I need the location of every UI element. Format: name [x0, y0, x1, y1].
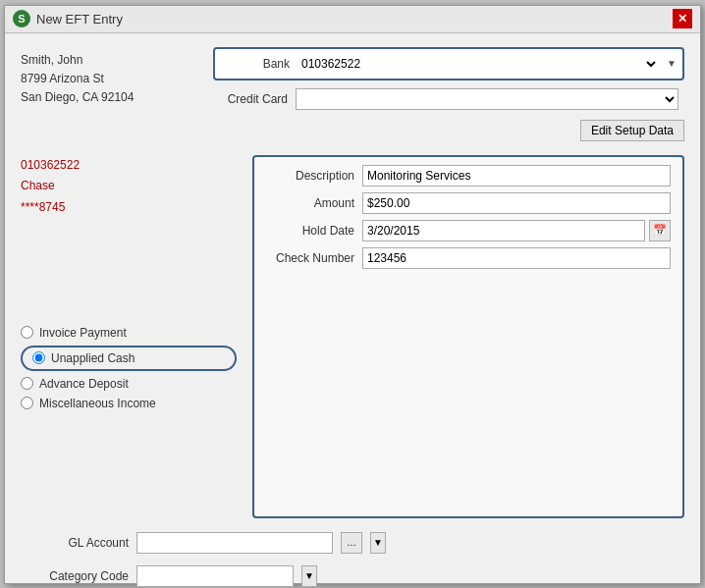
gl-account-input[interactable]: [136, 532, 333, 554]
invoice-payment-row: Invoice Payment: [21, 326, 237, 340]
advance-deposit-label[interactable]: Advance Deposit: [39, 377, 129, 391]
dialog-title: New EFT Entry: [36, 12, 123, 27]
bank-label: Bank: [221, 57, 290, 71]
customer-name: Smith, John: [21, 51, 197, 70]
gl-account-arrow-icon[interactable]: ▼: [370, 532, 386, 554]
invoice-payment-label[interactable]: Invoice Payment: [39, 326, 127, 340]
category-code-input[interactable]: [136, 565, 294, 587]
title-bar-left: S New EFT Entry: [13, 10, 123, 27]
unapplied-cash-label[interactable]: Unapplied Cash: [51, 351, 135, 365]
miscellaneous-income-label[interactable]: Miscellaneous Income: [39, 397, 156, 410]
unapplied-cash-row: Unapplied Cash: [21, 346, 237, 371]
bank-select[interactable]: 010362522: [298, 53, 659, 75]
edit-setup-row: Edit Setup Data: [213, 118, 684, 143]
bank-section: Bank 010362522 ▼ Credit Card Edit Setup …: [213, 47, 684, 143]
dialog-body: Smith, John 8799 Arizona St San Diego, C…: [5, 33, 700, 589]
invoice-payment-radio[interactable]: [21, 326, 33, 339]
hold-date-input[interactable]: [362, 220, 645, 241]
category-code-arrow-icon[interactable]: ▼: [301, 565, 317, 587]
app-icon: S: [13, 10, 30, 27]
dialog: S New EFT Entry ✕ Smith, John 8799 Arizo…: [4, 5, 701, 584]
amount-label: Amount: [266, 196, 354, 210]
bank-id: 010362522: [21, 155, 237, 177]
details-box: Description Amount Hold Date 📅 Check Num…: [252, 155, 684, 518]
account-detail: 010362522 Chase ****8745: [21, 155, 237, 312]
bank-dropdown-icon: ▼: [667, 58, 677, 69]
radio-section: Invoice Payment Unapplied Cash Advance D…: [21, 322, 237, 518]
amount-input[interactable]: [362, 192, 671, 214]
form-section: GL Account … ▼ Category Code ▼: [21, 532, 684, 587]
check-number-label: Check Number: [266, 251, 354, 265]
credit-card-row: Credit Card: [213, 84, 684, 114]
amount-row: Amount: [266, 192, 671, 214]
description-input[interactable]: [362, 165, 671, 187]
customer-address1: 8799 Arizona St: [21, 70, 197, 88]
account-masked: ****8745: [21, 197, 237, 219]
top-section: Smith, John 8799 Arizona St San Diego, C…: [21, 47, 684, 143]
description-label: Description: [266, 169, 354, 183]
middle-section: 010362522 Chase ****8745 Invoice Payment…: [21, 155, 684, 518]
left-column: 010362522 Chase ****8745 Invoice Payment…: [21, 155, 237, 518]
gl-account-label: GL Account: [30, 536, 129, 550]
bank-name: Chase: [21, 176, 237, 197]
advance-deposit-radio[interactable]: [21, 377, 33, 390]
category-code-label: Category Code: [30, 569, 129, 583]
customer-info: Smith, John 8799 Arizona St San Diego, C…: [21, 47, 197, 143]
advance-deposit-row: Advance Deposit: [21, 377, 237, 391]
misc-income-row: Miscellaneous Income: [21, 397, 237, 410]
description-row: Description: [266, 165, 671, 187]
hold-date-row: Hold Date 📅: [266, 220, 671, 241]
credit-card-select[interactable]: [296, 88, 678, 110]
date-row: 📅: [362, 220, 671, 241]
close-icon[interactable]: ✕: [673, 9, 692, 28]
title-bar: S New EFT Entry ✕: [5, 6, 700, 33]
unapplied-cash-radio[interactable]: [32, 351, 45, 364]
miscellaneous-income-radio[interactable]: [21, 397, 33, 409]
customer-address2: San Diego, CA 92104: [21, 88, 197, 107]
credit-card-label: Credit Card: [219, 92, 288, 106]
gl-account-row: GL Account … ▼: [30, 532, 684, 554]
edit-setup-button[interactable]: Edit Setup Data: [580, 120, 684, 141]
gl-account-lookup-icon[interactable]: …: [341, 532, 362, 554]
check-number-row: Check Number: [266, 247, 671, 269]
calendar-icon[interactable]: 📅: [649, 220, 671, 241]
check-number-input[interactable]: [362, 247, 671, 269]
category-code-row: Category Code ▼: [30, 565, 684, 587]
bank-row: Bank 010362522 ▼: [213, 47, 684, 80]
hold-date-label: Hold Date: [266, 224, 354, 238]
